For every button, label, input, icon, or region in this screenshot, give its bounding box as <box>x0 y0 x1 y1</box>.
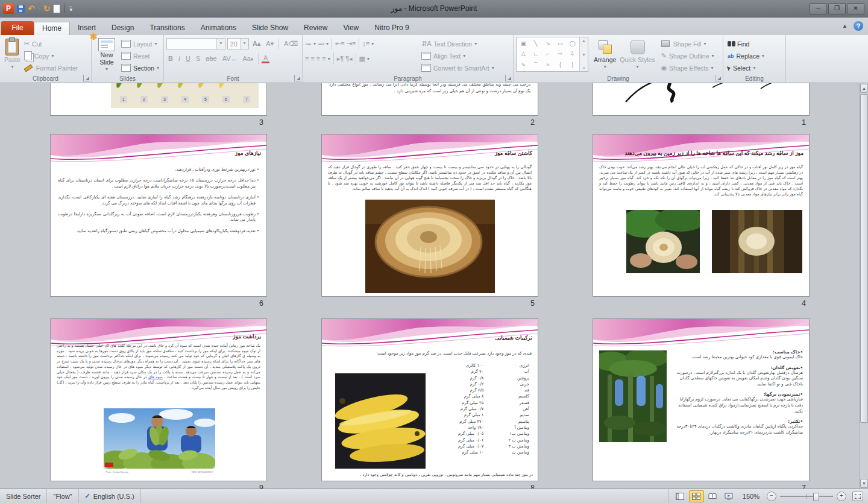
nutrient-name: انرژی <box>483 362 529 369</box>
arrange-button[interactable]: Arrange▾ <box>592 37 618 74</box>
nutrient-name: قند <box>483 387 529 393</box>
nutrient-value: ۶/۵ گرم <box>421 387 483 393</box>
view-mode-indicator[interactable]: Slide Sorter <box>0 489 47 503</box>
drawing-dialog-launcher-icon[interactable] <box>715 75 722 81</box>
section-button[interactable]: Section▾ <box>119 62 161 74</box>
brace-right-icon[interactable]: } <box>571 62 573 68</box>
oval-shape-icon[interactable]: ◯ <box>570 40 576 46</box>
replace-button[interactable]: abReplace▾ <box>726 50 766 62</box>
zoom-out-icon[interactable]: − <box>767 492 776 501</box>
slide-thumbnail-4[interactable]: موز از ساقه رشد میکند که این ساقه ها شاخ… <box>593 134 810 297</box>
nutrient-row: کلسیم۸ میلی گرم <box>421 393 529 399</box>
curve-shape-icon[interactable]: ⌒ <box>533 61 538 69</box>
scribble-shape-icon[interactable]: ∿ <box>521 62 526 68</box>
block-arrow-icon[interactable]: ⇨ <box>558 51 563 57</box>
redo-icon[interactable]: ↻ <box>43 3 51 14</box>
tab-home[interactable]: Home <box>34 22 70 35</box>
font-dialog-launcher-icon[interactable] <box>294 75 301 81</box>
tab-insert[interactable]: Insert <box>70 21 104 35</box>
tab-nitro[interactable]: Nitro Pro 9 <box>366 21 417 35</box>
slide-thumbnail-8[interactable]: ترکیبات شیمیایی قندی که در موز وجود دارد… <box>321 318 538 481</box>
nutrient-value: ۷۰ گرم <box>421 369 483 375</box>
slide-sorter-canvas[interactable]: 1 درخت می چینند وبه مناطق مختلف می فرستن… <box>0 83 868 489</box>
minimize-button[interactable]: ─ <box>810 3 827 14</box>
scroll-up-icon[interactable]: ▲ <box>860 84 868 93</box>
help-icon[interactable]: ? <box>854 21 863 31</box>
slide-thumbnail-3[interactable]: 1234567 <box>50 83 267 116</box>
slide-sorter-view-button[interactable] <box>689 490 704 502</box>
zoom-level[interactable]: 150% <box>740 493 762 500</box>
tab-view[interactable]: View <box>335 21 366 35</box>
tab-review[interactable]: Review <box>296 21 335 35</box>
fit-slide-to-window-icon[interactable] <box>852 492 863 501</box>
save-icon[interactable] <box>17 5 25 13</box>
clipboard-dialog-launcher-icon[interactable] <box>83 75 90 81</box>
tab-file[interactable]: File <box>1 21 34 35</box>
theme-indicator[interactable]: "Flow" <box>47 489 78 503</box>
zoom-in-icon[interactable]: + <box>837 492 846 501</box>
banana-stem-hands-image <box>626 210 700 273</box>
restore-button[interactable]: ❐ <box>828 3 846 14</box>
slide-thumbnail-9[interactable]: برداشت موز یک شاخه موز زمانی آماده چیده … <box>50 318 267 481</box>
reset-icon <box>121 52 131 60</box>
rectangle-shape-icon[interactable]: ▭ <box>558 40 563 46</box>
tab-design[interactable]: Design <box>104 21 142 35</box>
spellcheck-indicator[interactable]: ✓English (U.S.) <box>79 489 141 503</box>
close-button[interactable]: ✕ <box>847 3 864 14</box>
slide-thumbnail-1[interactable] <box>593 83 810 116</box>
scroll-down-icon[interactable]: ▼ <box>860 479 868 488</box>
collapse-ribbon-icon[interactable]: ▲ <box>842 23 848 29</box>
slide-number: 8 <box>321 484 538 489</box>
copy-icon <box>24 51 32 60</box>
ribbon-tab-row: File Home Insert Design Transitions Anim… <box>0 17 868 35</box>
customize-qat-icon[interactable]: ▾ <box>69 7 72 12</box>
vertical-scrollbar[interactable]: ▲ ▼ <box>859 83 868 489</box>
reading-view-button[interactable] <box>705 490 720 502</box>
banana-shape <box>115 83 133 89</box>
zoom-slider[interactable] <box>780 492 833 501</box>
line-shape-icon[interactable]: ╲ <box>534 40 537 46</box>
banana-shape <box>197 83 215 89</box>
connector-shape-icon[interactable]: ⌐ <box>546 51 549 57</box>
nutrient-table: انرژی۱۰۰ کالریآب۷۰ گرمپروتئین۰/۸ گرمچربی… <box>421 362 529 455</box>
slide-thumbnail-6[interactable]: نیازهای موز نور:دربهترین شرایط نوری ودرآ… <box>50 134 267 297</box>
banana-shape <box>217 83 235 89</box>
undo-dropdown-icon[interactable]: ▾ <box>38 6 40 11</box>
shape-outline-button: ✎Shape Outline▾ <box>659 50 716 62</box>
down-arrow-icon[interactable]: ⇩ <box>570 51 575 57</box>
clear-formatting-button: A⌫ <box>282 39 300 48</box>
textbox-shape-icon[interactable]: ▣ <box>521 40 526 46</box>
new-slide-button[interactable]: ✱ New Slide▾ <box>94 37 119 74</box>
slide-show-view-button[interactable] <box>722 490 737 502</box>
ripeness-stage-number: 2 <box>140 96 148 103</box>
tab-slideshow[interactable]: Slide Show <box>244 21 296 35</box>
paragraph-dialog-launcher-icon[interactable] <box>505 75 512 81</box>
zoom-slider-thumb[interactable] <box>813 493 819 501</box>
slide-thumbnail-5[interactable]: کاشتن ساقه موز گودالی را به پهنایی در حد… <box>321 134 538 297</box>
arrow-shape-icon[interactable]: ↘ <box>546 40 550 46</box>
numbering-icon: ≕ <box>318 40 324 48</box>
scrollbar-thumb[interactable] <box>860 94 868 423</box>
powerpoint-app-icon[interactable]: P <box>3 3 14 14</box>
triangle-shape-icon[interactable]: △ <box>521 51 526 57</box>
shapes-gallery-scroll[interactable]: ▲▼≡ <box>579 37 588 71</box>
bold-button: B <box>166 54 175 63</box>
find-button[interactable]: Find <box>726 38 766 49</box>
arc-shape-icon[interactable]: ≈ <box>547 62 550 68</box>
hyperlink[interactable]: میوه های <box>148 375 163 379</box>
tab-transitions[interactable]: Transitions <box>142 21 192 35</box>
slide-thumbnail-7[interactable]: خاک مناسب:خاک لیمونی قوی با مقداری کود ح… <box>593 318 810 481</box>
elbow-shape-icon[interactable]: ∟ <box>533 51 538 57</box>
slide-thumbnail-2[interactable]: درخت می چینند وبه مناطق مختلف می فرستند … <box>321 83 538 116</box>
undo-icon[interactable]: ↶ <box>28 3 35 14</box>
nutrient-row: آهن۰/۷ میلی گرم <box>421 406 529 412</box>
banana-shape <box>176 83 194 89</box>
select-button[interactable]: Select▾ <box>726 62 766 74</box>
nutrient-name: فسفر <box>483 400 529 406</box>
shapes-gallery[interactable]: ▣╲↘▭◯ △∟⌐⇨⇩ ∿⌒≈{} ▲▼≡ <box>516 37 588 72</box>
tab-animations[interactable]: Animations <box>193 21 244 35</box>
normal-view-button[interactable] <box>673 490 688 502</box>
new-document-icon[interactable] <box>53 4 60 13</box>
new-slide-icon <box>98 38 115 51</box>
brace-left-icon[interactable]: { <box>559 62 561 68</box>
